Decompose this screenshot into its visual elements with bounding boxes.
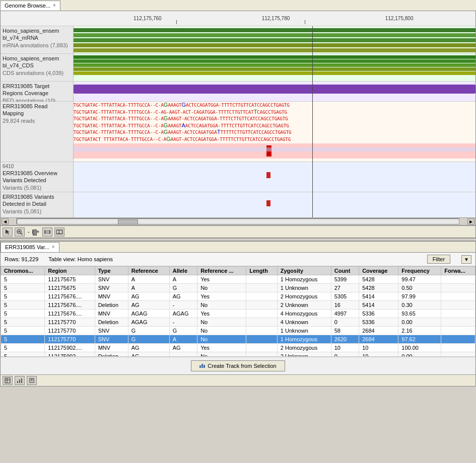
table-row[interactable]: 5112175770DeletionAGAG-No4 Unknown053360… <box>1 318 475 327</box>
table-row[interactable]: 5112175902DeletionAG-No2 Unknown0100.00 <box>1 352 475 357</box>
h-scrollbar-track[interactable] <box>17 218 459 224</box>
table-tab-bar: ERR319085 Var... × <box>1 242 475 253</box>
table-tool-1[interactable] <box>3 376 13 385</box>
track-bed-label-line2: Regions Coverage <box>3 90 71 97</box>
table-cell: SNV <box>95 284 128 292</box>
table-cell: 1 Unknown <box>277 284 331 292</box>
table-tab-close[interactable]: × <box>52 244 55 250</box>
table-cell: G <box>169 327 197 335</box>
table-cell: A <box>169 275 197 284</box>
table-cell <box>441 352 475 357</box>
track-cds-label-line2: bl_v74_CDS <box>3 62 71 69</box>
table-cell <box>246 344 278 352</box>
cds-bar-2 <box>74 59 475 63</box>
browser-tab-close[interactable]: × <box>53 3 56 8</box>
create-track-button[interactable]: Create Track from Selection <box>191 360 285 371</box>
table-tool-2[interactable] <box>15 376 25 385</box>
scroll-right-arrow[interactable]: ▶ <box>467 218 474 224</box>
table-bottom-bar: Create Track from Selection <box>1 357 475 374</box>
fit-width-btn[interactable] <box>42 227 52 237</box>
table-cell: 5 <box>1 292 45 301</box>
table-tab[interactable]: ERR319085 Var... × <box>1 242 59 252</box>
col-count[interactable]: Count <box>331 267 359 275</box>
table-cell: - <box>169 318 197 327</box>
table-icon <box>5 377 11 383</box>
filter-button[interactable]: Filter <box>427 255 450 264</box>
genome-browser-panel: 112,175,760 112,175,780 112,175,800 Homo… <box>0 11 476 238</box>
table-row[interactable]: 5112175902....MNVAGAGYes2 Homozygous1010… <box>1 344 475 352</box>
table-cell: 2 Unknown <box>277 352 331 357</box>
table-cell: No <box>197 301 246 310</box>
col-reference[interactable]: Reference <box>128 267 169 275</box>
track-mrna-label-line2: bl_v74_mRNA <box>3 34 71 41</box>
browser-toolbar: - + 1:1 <box>1 225 475 238</box>
read-row-5: TGCTGATAC-TTTATTACA-TTTTGCCA--C-AGAAAGT-… <box>74 129 475 136</box>
browser-tab-bar: Genome Browse... × <box>0 0 476 11</box>
table-cell <box>441 335 475 344</box>
table-cell: 5 <box>1 284 45 292</box>
col-type[interactable]: Type <box>95 267 128 275</box>
tick1 <box>176 20 177 24</box>
table-row[interactable]: 5112175676....MNVAGAGYes2 Homozygous5305… <box>1 292 475 301</box>
coverage-area <box>74 143 475 159</box>
bed-bar <box>74 85 475 94</box>
table-row[interactable]: 5112175675SNVAAYes1 Homozygous5399542899… <box>1 275 475 284</box>
h-scrollbar[interactable]: ◀ ▶ <box>1 217 475 225</box>
h-scrollbar-thumb[interactable] <box>118 219 138 224</box>
track-cds-content[interactable] <box>74 54 475 81</box>
genome-browser-tab[interactable]: Genome Browse... × <box>0 1 60 11</box>
col-length[interactable]: Length <box>246 267 278 275</box>
table-cell: AGAG <box>128 318 169 327</box>
track-reads-label-line3: 29,824 reads <box>3 117 71 124</box>
col-frequency[interactable]: Frequency <box>398 267 441 275</box>
track-variants-overview-content[interactable] <box>74 162 475 192</box>
track-variants-detail-label: ERR319085 Variants Detected in Detail Va… <box>1 192 74 217</box>
mrna-bar-1 <box>74 28 475 32</box>
col-forward[interactable]: Forwa... <box>441 267 475 275</box>
col-zygosity[interactable]: Zygosity <box>277 267 331 275</box>
filter-dropdown-arrow[interactable]: ▼ <box>461 255 471 264</box>
cds-bar-1 <box>74 55 475 59</box>
svg-line-4 <box>21 233 22 235</box>
table-cell <box>246 284 278 292</box>
zoom-in-btn[interactable] <box>15 227 25 237</box>
variants-count-label: 6410 <box>3 163 71 170</box>
scroll-left-arrow[interactable]: ◀ <box>2 218 9 224</box>
zoom-to-seq-btn[interactable]: 1:1 <box>54 227 64 237</box>
table-cell <box>246 301 278 310</box>
ruler: 112,175,760 112,175,780 112,175,800 <box>1 11 475 26</box>
table-row[interactable]: 5112175676....MNVAGAGAGAGYes4 Homozygous… <box>1 310 475 318</box>
read-row-4: TGCTGATAC-TTTATTACA-TTTTGCCA--C-AGAAAGTA… <box>74 122 475 129</box>
track-bed-content[interactable] <box>74 82 475 101</box>
track-bed-label: ERR319085 Target Regions Coverage BED an… <box>1 82 74 101</box>
track-mrna-content[interactable] <box>74 26 475 53</box>
table-row[interactable]: 5112175770SNVGANo1 Homozygous2620268497.… <box>1 335 475 344</box>
track-variants-detail-content[interactable] <box>74 192 475 217</box>
table-cell: 16 <box>331 301 359 310</box>
col-ref-in[interactable]: Reference ... <box>197 267 246 275</box>
table-cell: - <box>169 301 197 310</box>
table-row[interactable]: 5112175676....DeletionAG-No2 Unknown1654… <box>1 301 475 310</box>
select-tool-btn[interactable] <box>3 227 13 237</box>
table-cell: No <box>197 284 246 292</box>
table-row[interactable]: 5112175770SNVGGNo1 Unknown5826842.16 <box>1 327 475 335</box>
table-cell: AG <box>169 344 197 352</box>
table-cell: 0.00 <box>398 352 441 357</box>
col-coverage[interactable]: Coverage <box>359 267 398 275</box>
col-region[interactable]: Region <box>45 267 95 275</box>
zoom-slider-thumb[interactable] <box>33 229 37 236</box>
table-cell: 5 <box>1 301 45 310</box>
col-chr[interactable]: Chromos... <box>1 267 45 275</box>
table-tool-3[interactable] <box>27 376 37 385</box>
track-mrna: Homo_sapiens_ensem bl_v74_mRNA mRNA anno… <box>1 26 475 54</box>
table-cell: 112175676.... <box>45 301 95 310</box>
table-header-bar: Rows: 91,229 Table view: Homo sapiens Fi… <box>1 253 475 266</box>
table-cell: 5428 <box>359 284 398 292</box>
zoom-slider[interactable] <box>32 230 33 234</box>
track-reads-content[interactable]: TGCTGATAC-TTTATTACA-TTTTGCCA--C-AGAAAGTG… <box>74 102 475 162</box>
col-allele[interactable]: Allele <box>169 267 197 275</box>
table-footer-toolbar <box>1 374 475 386</box>
fit-width-icon <box>44 229 50 235</box>
table-scroll-area[interactable]: Chromos... Region Type Reference Allele … <box>1 266 475 357</box>
table-row[interactable]: 5112175675SNVAGNo1 Unknown2754280.50 <box>1 284 475 292</box>
